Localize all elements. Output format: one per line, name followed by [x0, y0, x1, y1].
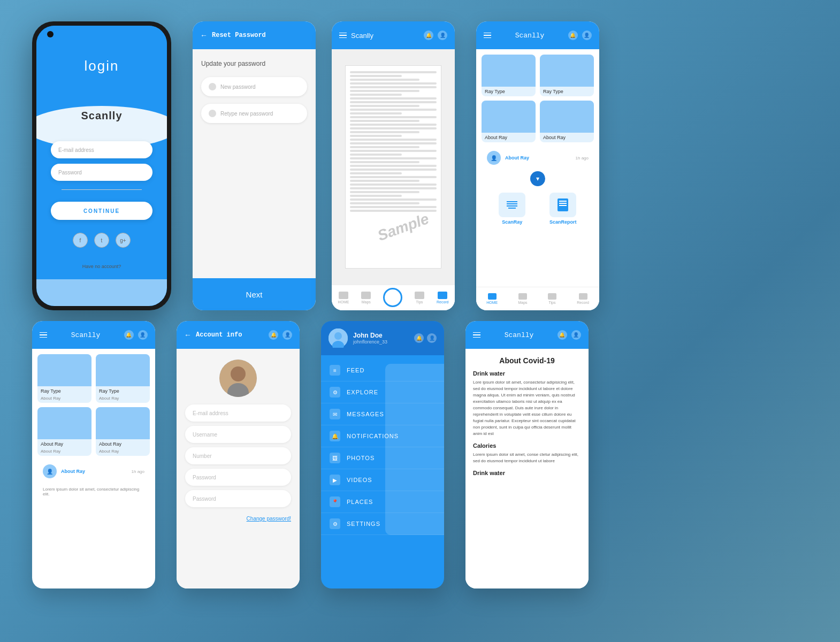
login-title: login: [85, 58, 119, 74]
phone-scan-document: Scanlly 🔔 👤: [332, 21, 455, 310]
nav-tips-label: Tips: [416, 300, 423, 304]
grid-nav-record[interactable]: Record: [577, 293, 589, 304]
article-drink-water-text: Lore ipsum dolor sit amet, consectetur a…: [473, 379, 581, 437]
videos-icon: ▶: [330, 475, 340, 485]
grid2-logo: Scanlly: [71, 331, 101, 339]
account-profile-icon[interactable]: 👤: [282, 330, 292, 340]
g2-desc-text: Lorem ipsum dolor sit amet, consectetur …: [43, 487, 144, 496]
g2-card-4[interactable]: About Ray About Ray: [96, 407, 150, 456]
account-body: E-mail address Username Number Password …: [177, 349, 300, 588]
scan-ray-icon: [499, 193, 525, 217]
phone-account-info: ← Account info 🔔 👤 E-mail address Userna…: [177, 321, 300, 588]
twitter-icon[interactable]: t: [94, 233, 109, 248]
nav-maps[interactable]: Maps: [361, 292, 371, 304]
scan-document-area: Sample: [332, 49, 455, 285]
chevron-down-icon[interactable]: ▾: [530, 171, 545, 186]
email-field[interactable]: E-mail address: [185, 404, 291, 422]
account-notification-icon[interactable]: 🔔: [269, 330, 278, 340]
g2-card-label-2: Ray Type: [96, 386, 150, 396]
article-profile-icon[interactable]: 👤: [571, 330, 581, 340]
profile-icon3[interactable]: 👤: [138, 330, 148, 340]
g2-card-sublabel-2: About Ray: [96, 396, 150, 403]
hamburger-icon4[interactable]: [473, 332, 480, 338]
menu-places-label: PLACES: [347, 499, 373, 505]
next-button[interactable]: Next: [246, 290, 263, 299]
nav-tips[interactable]: Tips: [415, 292, 424, 304]
profile-icon2[interactable]: 👤: [582, 30, 592, 40]
g2-user-name: About Ray: [61, 469, 85, 474]
notification-icon[interactable]: 🔔: [424, 30, 433, 40]
back-arrow-icon[interactable]: ←: [200, 31, 208, 40]
g2-card-1[interactable]: Ray Type About Ray: [37, 354, 91, 403]
avatar-svg: [219, 360, 257, 397]
account-back-arrow[interactable]: ←: [184, 331, 192, 339]
menu-photos-label: PHOTOS: [347, 455, 375, 461]
menu-user-name: John Doe: [353, 332, 387, 339]
g2-bottom-row: About Ray About Ray About Ray About Ray: [37, 407, 150, 456]
user-time: 1h ago: [576, 156, 589, 160]
grid-nav-tips[interactable]: Tips: [548, 293, 556, 304]
reset-body: Update your password New password Retype…: [193, 49, 316, 278]
grid-card-1[interactable]: Ray Type: [482, 55, 536, 96]
email-input[interactable]: E-mail address: [51, 141, 152, 158]
username-field[interactable]: Username: [185, 426, 291, 443]
hamburger-icon2[interactable]: [484, 33, 491, 39]
grid-card-3[interactable]: About Ray: [482, 101, 536, 142]
action-buttons: ScanRay ScanReport: [482, 188, 594, 229]
card-image-1: [482, 55, 536, 87]
new-password-input[interactable]: New password: [201, 77, 307, 96]
notification-icon2[interactable]: 🔔: [568, 30, 578, 40]
hamburger-icon3[interactable]: [40, 332, 47, 338]
g2-card-2[interactable]: Ray Type About Ray: [96, 354, 150, 403]
facebook-icon[interactable]: f: [73, 233, 88, 248]
tips-icon: [415, 292, 424, 299]
menu-profile-icon[interactable]: 👤: [427, 333, 437, 343]
card-label-2: Ray Type: [540, 87, 594, 96]
hamburger-icon[interactable]: [339, 33, 347, 39]
article-calories-text: Lorem ipsum dolor sit amet, conse ctetur…: [473, 452, 581, 464]
grid-nav-tips-label: Tips: [548, 301, 555, 304]
scan-report-btn[interactable]: ScanReport: [549, 193, 577, 225]
password-field1[interactable]: Password: [185, 469, 291, 486]
user-avatar: 👤: [487, 151, 501, 165]
g2-card-3[interactable]: About Ray About Ray: [37, 407, 91, 456]
account-avatar-wrapper: [185, 349, 291, 404]
number-field[interactable]: Number: [185, 447, 291, 464]
phone-login: login Scanlly E-mail address Password CO…: [32, 21, 171, 310]
messages-icon: ✉: [330, 409, 340, 419]
password-input[interactable]: Password: [51, 164, 152, 181]
continue-button[interactable]: CONTINUE: [51, 202, 152, 220]
nav-scan[interactable]: [383, 288, 402, 308]
nav-home[interactable]: HOME: [338, 292, 349, 304]
maps-icon: [361, 292, 371, 299]
phone-article: Scanlly 🔔 👤 About Covid-19 Drink water L…: [465, 321, 589, 588]
settings-icon: ⚙: [330, 518, 340, 529]
profile-icon[interactable]: 👤: [438, 30, 447, 40]
scan-ray-btn[interactable]: ScanRay: [499, 193, 525, 225]
retype-password-placeholder: Retype new password: [220, 111, 273, 117]
phone-reset-password: ← Reset Password Update your password Ne…: [193, 21, 316, 310]
grid-nav-home[interactable]: HOME: [486, 293, 498, 304]
g2-card-label-4: About Ray: [96, 439, 150, 449]
menu-notification-icon[interactable]: 🔔: [414, 333, 424, 343]
article-notification-icon[interactable]: 🔔: [558, 330, 567, 340]
retype-password-input[interactable]: Retype new password: [201, 104, 307, 123]
password-field2[interactable]: Password: [185, 490, 291, 507]
menu-bg-screen: [385, 364, 444, 535]
document-paper: Sample: [345, 65, 441, 269]
notification-icon3[interactable]: 🔔: [124, 330, 134, 340]
menu-user-email: johnflorence_33: [353, 339, 387, 345]
grid-card-4[interactable]: About Ray: [540, 101, 594, 142]
grid-nav-maps[interactable]: Maps: [518, 293, 527, 304]
g2-card-sublabel-3: About Ray: [37, 449, 91, 456]
article-section-calories: Calories: [473, 442, 581, 449]
brand-title: Scanlly: [81, 110, 122, 122]
email-field-label: E-mail address: [193, 410, 228, 416]
svg-point-4: [334, 332, 342, 340]
grid-card-2[interactable]: Ray Type: [540, 55, 594, 96]
login-form: E-mail address Password CONTINUE f t g+ …: [47, 141, 156, 284]
home-icon: [339, 292, 348, 299]
change-password-link[interactable]: Change password!: [185, 516, 291, 522]
nav-record[interactable]: Record: [437, 292, 449, 304]
google-icon[interactable]: g+: [116, 233, 131, 248]
